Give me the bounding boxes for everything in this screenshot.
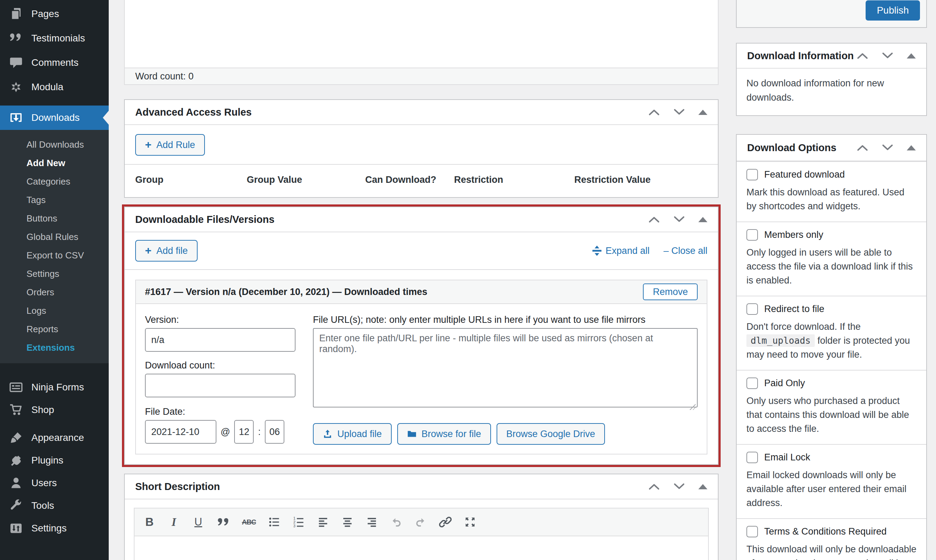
move-down-icon[interactable]	[673, 215, 685, 223]
description-editor-bottom: Word count: 0	[124, 0, 719, 85]
submenu-item-logs[interactable]: Logs	[0, 302, 109, 320]
align-right-icon[interactable]	[366, 514, 378, 530]
version-input[interactable]	[145, 328, 296, 352]
fullscreen-icon[interactable]	[464, 514, 476, 530]
sidebar-item-users[interactable]: Users	[0, 471, 109, 495]
sidebar-item-testimonials[interactable]: Testimonials	[0, 26, 109, 51]
file-minute-input[interactable]	[265, 420, 284, 444]
submenu-item-orders[interactable]: Orders	[0, 283, 109, 302]
remove-file-button[interactable]: Remove	[643, 283, 698, 300]
option-label[interactable]: Paid Only	[764, 378, 805, 389]
submenu-item-export-to-csv[interactable]: Export to CSV	[0, 246, 109, 265]
sidebar-item-pages[interactable]: Pages	[0, 2, 109, 26]
add-rule-button[interactable]: + Add Rule	[135, 134, 205, 156]
move-down-icon[interactable]	[673, 108, 685, 116]
download-count-input[interactable]	[145, 374, 296, 397]
submenu-item-all-downloads[interactable]: All Downloads	[0, 135, 109, 154]
submenu-item-buttons[interactable]: Buttons	[0, 209, 109, 228]
access-rules-table-header: Group Group Value Can Download? Restrict…	[125, 165, 718, 197]
browse-for-file-button[interactable]: Browse for file	[397, 423, 491, 445]
bold-icon[interactable]: B	[143, 514, 156, 530]
option-label[interactable]: Members only	[764, 229, 823, 240]
featured-download-checkbox[interactable]	[746, 169, 758, 180]
move-up-icon[interactable]	[648, 108, 660, 116]
italic-icon[interactable]: I	[168, 514, 180, 530]
sidebar-item-tools[interactable]: Tools	[0, 494, 109, 518]
option-label[interactable]: Redirect to file	[764, 304, 825, 314]
column-restriction-value: Restriction Value	[574, 174, 708, 185]
move-up-icon[interactable]	[648, 215, 660, 223]
option-description: Only users who purchased a product that …	[746, 394, 916, 436]
align-center-icon[interactable]	[341, 514, 353, 530]
redo-icon[interactable]	[415, 514, 427, 530]
publish-button[interactable]: Publish	[866, 0, 920, 20]
expand-all-link[interactable]: Expand all	[592, 246, 649, 256]
description-text: Don't force download. If the	[746, 322, 861, 332]
terms-conditions-checkbox[interactable]	[746, 526, 758, 537]
collapse-toggle-icon[interactable]	[907, 145, 916, 151]
sidebar-item-comments[interactable]: Comments	[0, 51, 109, 75]
browse-google-drive-button[interactable]: Browse Google Drive	[497, 423, 605, 445]
submenu-item-tags[interactable]: Tags	[0, 191, 109, 209]
sidebar-item-label: Users	[31, 477, 57, 489]
sidebar-item-modula[interactable]: Modula	[0, 75, 109, 99]
upload-file-button[interactable]: Upload file	[313, 423, 392, 445]
underline-icon[interactable]: U	[192, 514, 204, 530]
move-up-icon[interactable]	[648, 483, 660, 490]
align-left-icon[interactable]	[317, 514, 329, 530]
sidebar-item-settings[interactable]: Settings	[0, 516, 109, 540]
sidebar-item-ninja-forms[interactable]: Ninja Forms	[0, 375, 109, 400]
dlm-uploads-code: dlm_uploads	[746, 334, 815, 347]
email-lock-checkbox[interactable]	[746, 452, 758, 463]
short-description-panel: Short Description B I U ABC	[124, 474, 719, 560]
move-down-icon[interactable]	[882, 144, 893, 151]
sidebar-item-downloads[interactable]: Downloads	[0, 106, 109, 130]
sidebar-item-plugins[interactable]: Plugins	[0, 448, 109, 472]
option-label[interactable]: Featured download	[764, 169, 845, 180]
downloads-icon	[9, 111, 23, 125]
bullet-list-icon[interactable]	[268, 514, 280, 530]
blockquote-icon[interactable]	[217, 514, 229, 530]
option-label[interactable]: Terms & Conditions Required	[764, 526, 887, 537]
file-date-input[interactable]	[145, 420, 216, 444]
move-up-icon[interactable]	[857, 52, 868, 60]
sidebar-item-shop[interactable]: Shop	[0, 398, 109, 422]
submenu-item-reports[interactable]: Reports	[0, 320, 109, 338]
strikethrough-icon[interactable]: ABC	[242, 514, 256, 530]
link-icon[interactable]	[439, 514, 452, 530]
column-group: Group	[135, 174, 247, 185]
close-all-link[interactable]: – Close all	[663, 246, 708, 256]
redirect-to-file-checkbox[interactable]	[746, 303, 758, 315]
members-only-checkbox[interactable]	[746, 229, 758, 241]
collapse-toggle-icon[interactable]	[699, 217, 708, 222]
undo-icon[interactable]	[390, 514, 402, 530]
download-information-text: No download information for new download…	[737, 69, 926, 115]
panel-title: Advanced Access Rules	[135, 106, 251, 118]
move-down-icon[interactable]	[673, 483, 685, 490]
move-down-icon[interactable]	[882, 52, 893, 60]
colon-separator: :	[258, 427, 261, 437]
collapse-toggle-icon[interactable]	[699, 484, 708, 489]
submenu-item-categories[interactable]: Categories	[0, 172, 109, 191]
submenu-item-settings[interactable]: Settings	[0, 265, 109, 283]
file-url-textarea[interactable]	[313, 328, 698, 408]
sidebar-item-label: Appearance	[31, 432, 84, 443]
testimonials-icon	[9, 31, 23, 45]
add-file-button[interactable]: + Add file	[135, 240, 197, 262]
option-label[interactable]: Email Lock	[764, 452, 810, 463]
sidebar-item-appearance[interactable]: Appearance	[0, 426, 109, 450]
paid-only-checkbox[interactable]	[746, 377, 758, 389]
submenu-item-extensions[interactable]: Extensions	[0, 338, 109, 357]
numbered-list-icon[interactable]: 1 2 3	[293, 514, 305, 530]
plus-icon: +	[145, 245, 151, 256]
file-hour-input[interactable]	[234, 420, 254, 444]
advanced-access-rules-panel: Advanced Access Rules + Add Rule Group G…	[124, 99, 719, 198]
submenu-item-global-rules[interactable]: Global Rules	[0, 228, 109, 246]
collapse-toggle-icon[interactable]	[907, 53, 916, 58]
collapse-toggle-icon[interactable]	[699, 110, 708, 115]
move-up-icon[interactable]	[857, 144, 868, 151]
short-description-edit-area[interactable]	[134, 536, 709, 560]
option-description: Don't force download. If the dlm_uploads…	[746, 320, 916, 362]
submenu-item-add-new[interactable]: Add New	[0, 154, 109, 172]
option-members-only: Members only Only logged in users will b…	[737, 222, 926, 296]
